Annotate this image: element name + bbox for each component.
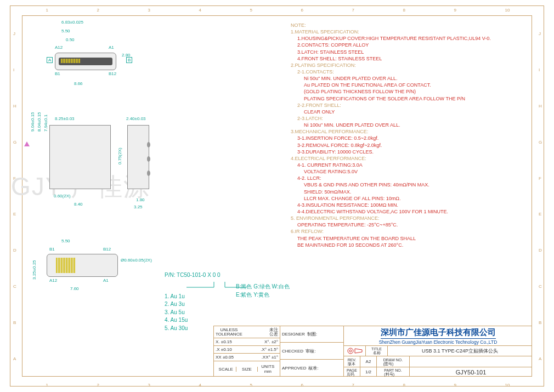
ruler-col: 10 <box>505 383 510 388</box>
datum-label: B <box>126 57 132 63</box>
pin-label: B1 <box>49 247 55 252</box>
ruler-col: 8 <box>403 8 405 13</box>
ruler-row: J <box>13 31 15 36</box>
ruler-col: 2 <box>97 383 99 388</box>
ruler-col: 3 <box>148 383 150 388</box>
pn-option: 4. Au 15u <box>165 316 247 325</box>
ruler-col: 4 <box>199 383 201 388</box>
connector-front <box>49 125 111 189</box>
scale-label: SCALE <box>216 367 236 372</box>
projection-symbol-icon <box>347 347 363 355</box>
ruler-row: E <box>539 212 541 217</box>
ruler-row: B <box>13 320 16 325</box>
ruler-row: D <box>13 248 16 253</box>
part-number: GJY50-101 <box>410 367 532 377</box>
dim-label: Ø0.60±0.05(2X) <box>121 258 152 263</box>
partno-label: PART NO. (料号) <box>377 367 410 377</box>
svg-point-4 <box>348 348 353 354</box>
ruler-col: 1 <box>46 8 48 13</box>
note-section: 5. ENVIRONMENTAL PERFORMANCE: <box>291 215 527 221</box>
tol-head: UNLESS TOLERANCE <box>216 328 242 337</box>
dim-label: 8.66 <box>74 81 83 86</box>
dim-label: 1.80 <box>136 197 145 202</box>
dim-label: 2.40±0.03 <box>126 116 146 121</box>
ruler-row: G <box>13 140 16 145</box>
dim-label: 5.50 <box>61 238 70 243</box>
dim-label: 7.94±0.1 <box>43 115 48 132</box>
pin-label: B12 <box>103 247 111 252</box>
ruler-row: A <box>13 356 16 361</box>
rev-label: REV. 版本 <box>344 356 360 367</box>
ruler-col: 9 <box>454 383 456 388</box>
datum-label: A <box>47 57 53 63</box>
company-name-cn: 深圳市广佳源电子科技有限公司 <box>381 327 496 339</box>
ruler-row: F <box>539 176 541 181</box>
ruler-col: 6 <box>301 383 303 388</box>
ruler-col: 5 <box>250 383 252 388</box>
ruler-col: 9 <box>454 8 456 13</box>
ruler-col: 2 <box>97 8 99 13</box>
note-section: 2.PLATING SPECIFICATION: <box>291 62 527 69</box>
company-name-en: ShenZhen GuangJiaYuan Electronic Technol… <box>379 339 498 345</box>
dim-label: 0.50 <box>66 37 75 42</box>
pin-label: B12 <box>109 71 116 76</box>
note-section: 1.MATERIAL SPECIFICATION: <box>291 29 527 35</box>
page-label: PAGE 页码 <box>344 367 360 377</box>
ruler-col: 7 <box>352 383 354 388</box>
dim-label: 8.40 <box>74 202 83 207</box>
note-section: 4.ELECTRICAL PERFORMANCE: <box>291 155 527 162</box>
drawing-title: USB 3.1 TYPE-C24P立贴插体公头 <box>388 346 532 356</box>
ruler-col: 4 <box>199 8 201 13</box>
title-label: TITLE 名称 <box>366 346 388 356</box>
tol-head-cn: 未注 公差 <box>269 328 278 337</box>
color-row: E:紫色 Y:黄色 <box>236 291 290 299</box>
note-section: 3.MECHANICAL PERFORMANCE: <box>291 128 527 135</box>
part-number-block: P/N: TC50-101-0 X 0 0 1. Au 1u 2. Au 3u … <box>165 271 247 332</box>
ruler-row: C <box>13 284 16 289</box>
ruler-col: 1 <box>46 383 48 388</box>
pin-label: A12 <box>55 45 63 50</box>
color-legend: B:黑色 G:绿色 W:白色 E:紫色 Y:黄色 <box>236 282 290 299</box>
dim-label: 0.60(2X) <box>54 194 71 198</box>
ruler-row: I <box>539 67 540 72</box>
dim-label: 0.75(2X) <box>117 147 122 164</box>
pin-label: A1 <box>103 278 109 283</box>
dim-label: 7.60 <box>70 286 79 291</box>
dim-label: 3.25 <box>134 204 143 209</box>
ruler-col: 3 <box>148 8 150 13</box>
page-value: 1/2 <box>360 367 377 377</box>
ruler-row: H <box>539 104 542 109</box>
checked-label: CHECKED <box>282 349 303 354</box>
revision-triangle-icon <box>24 141 30 146</box>
connector-side <box>127 125 149 189</box>
title-block: UNLESS TOLERANCE 未注 公差 X. ±0.15X°. ±2° .… <box>213 326 532 377</box>
ruler-col: 7 <box>352 8 354 13</box>
color-row: B:黑色 G:绿色 W:白色 <box>236 282 290 291</box>
ruler-col: 6 <box>301 8 303 13</box>
connector-body <box>55 53 116 70</box>
ruler-row: I <box>13 67 14 72</box>
drawno-label: DRAW NO. (图号) <box>377 356 410 367</box>
ruler-row: D <box>539 248 542 253</box>
dim-label: 8.04±0.15 <box>37 112 42 132</box>
ruler-row: B <box>539 320 541 325</box>
ruler-row: E <box>13 212 16 217</box>
pin-label: A12 <box>49 278 57 283</box>
pin-label: A1 <box>109 45 114 50</box>
designer-label: DESIGNER <box>282 332 305 337</box>
drawing-sheet: // handled after data parse below (place… <box>0 0 554 392</box>
pn-label: P/N: TC50-101-0 X 0 0 <box>165 271 247 280</box>
pn-option: 1. Au 1u <box>165 293 247 301</box>
dim-label: 8.25±0.03 <box>55 116 75 121</box>
pn-option: 2. Au 3u <box>165 300 247 309</box>
ruler-row: J <box>539 31 541 36</box>
ruler-col: 8 <box>403 383 405 388</box>
svg-point-5 <box>349 350 352 352</box>
notes-block: NOTE: 1.MATERIAL SPECIFICATION: 1.HOUSIN… <box>291 22 527 248</box>
dim-label: 6.83±0.025 <box>61 20 83 25</box>
ruler-row: H <box>13 104 16 109</box>
connector-bottom <box>47 254 118 277</box>
ruler-col: 5 <box>250 8 252 13</box>
ruler-row: F <box>13 176 16 181</box>
dim-label: 5.50 <box>61 29 70 33</box>
